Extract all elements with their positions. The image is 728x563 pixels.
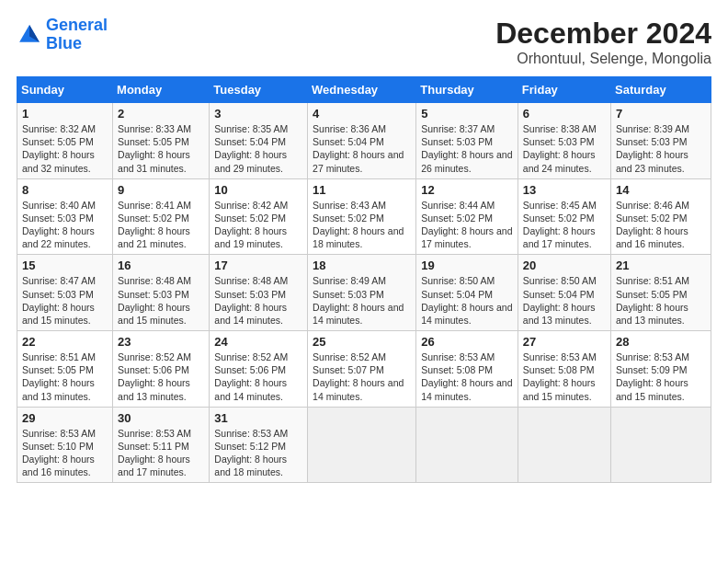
day-info: Sunrise: 8:51 AMSunset: 5:05 PMDaylight:… (616, 274, 707, 327)
day-info: Sunrise: 8:51 AMSunset: 5:05 PMDaylight:… (22, 350, 108, 403)
day-cell: 5 Sunrise: 8:37 AMSunset: 5:03 PMDayligh… (416, 103, 518, 179)
col-wednesday: Wednesday (308, 77, 416, 103)
day-cell: 7 Sunrise: 8:39 AMSunset: 5:03 PMDayligh… (610, 103, 711, 179)
day-info: Sunrise: 8:44 AMSunset: 5:02 PMDaylight:… (421, 199, 514, 251)
week-row-3: 15 Sunrise: 8:47 AMSunset: 5:03 PMDaylig… (17, 255, 711, 331)
day-number: 14 (616, 183, 707, 197)
day-number: 6 (523, 107, 607, 121)
day-info: Sunrise: 8:35 AMSunset: 5:04 PMDaylight:… (214, 122, 303, 175)
calendar-page: General Blue December 2024 Orhontuul, Se… (0, 0, 728, 492)
day-cell: 17 Sunrise: 8:48 AMSunset: 5:03 PMDaylig… (210, 255, 308, 331)
day-number: 28 (616, 335, 707, 349)
page-header: General Blue December 2024 Orhontuul, Se… (17, 17, 711, 67)
day-number: 25 (313, 335, 412, 349)
day-cell: 26 Sunrise: 8:53 AMSunset: 5:08 PMDaylig… (416, 331, 518, 408)
day-number: 7 (616, 107, 707, 121)
day-info: Sunrise: 8:50 AMSunset: 5:04 PMDaylight:… (523, 274, 607, 327)
day-cell: 4 Sunrise: 8:36 AMSunset: 5:04 PMDayligh… (308, 103, 416, 179)
day-info: Sunrise: 8:39 AMSunset: 5:03 PMDaylight:… (616, 122, 707, 175)
day-cell (610, 407, 711, 483)
day-cell: 9 Sunrise: 8:41 AMSunset: 5:02 PMDayligh… (113, 178, 210, 255)
calendar-table: Sunday Monday Tuesday Wednesday Thursday… (17, 76, 711, 483)
day-info: Sunrise: 8:45 AMSunset: 5:02 PMDaylight:… (523, 199, 607, 251)
day-number: 26 (421, 335, 514, 349)
day-info: Sunrise: 8:42 AMSunset: 5:02 PMDaylight:… (214, 199, 303, 251)
day-cell: 19 Sunrise: 8:50 AMSunset: 5:04 PMDaylig… (416, 255, 518, 331)
day-number: 30 (118, 411, 205, 425)
day-info: Sunrise: 8:38 AMSunset: 5:03 PMDaylight:… (523, 122, 607, 175)
day-cell: 11 Sunrise: 8:43 AMSunset: 5:02 PMDaylig… (308, 178, 416, 255)
day-number: 20 (523, 259, 607, 272)
logo-text: General Blue (46, 17, 108, 53)
day-cell: 30 Sunrise: 8:53 AMSunset: 5:11 PMDaylig… (113, 407, 210, 483)
day-number: 2 (118, 107, 205, 121)
day-info: Sunrise: 8:37 AMSunset: 5:03 PMDaylight:… (421, 122, 514, 175)
day-number: 17 (214, 259, 303, 272)
col-monday: Monday (113, 77, 210, 103)
day-number: 19 (421, 259, 514, 272)
day-cell: 20 Sunrise: 8:50 AMSunset: 5:04 PMDaylig… (518, 255, 610, 331)
day-info: Sunrise: 8:48 AMSunset: 5:03 PMDaylight:… (214, 274, 303, 327)
day-info: Sunrise: 8:53 AMSunset: 5:08 PMDaylight:… (421, 350, 514, 403)
day-number: 11 (313, 183, 412, 197)
col-tuesday: Tuesday (210, 77, 308, 103)
day-number: 18 (313, 259, 412, 272)
logo-blue: Blue (46, 34, 82, 52)
day-number: 22 (22, 335, 108, 349)
day-cell: 14 Sunrise: 8:46 AMSunset: 5:02 PMDaylig… (610, 178, 711, 255)
day-cell: 27 Sunrise: 8:53 AMSunset: 5:08 PMDaylig… (518, 331, 610, 408)
day-info: Sunrise: 8:53 AMSunset: 5:12 PMDaylight:… (214, 427, 303, 479)
day-cell: 29 Sunrise: 8:53 AMSunset: 5:10 PMDaylig… (17, 407, 113, 483)
title-block: December 2024 Orhontuul, Selenge, Mongol… (495, 17, 711, 67)
day-cell: 31 Sunrise: 8:53 AMSunset: 5:12 PMDaylig… (210, 407, 308, 483)
week-row-1: 1 Sunrise: 8:32 AMSunset: 5:05 PMDayligh… (17, 103, 711, 179)
day-cell: 15 Sunrise: 8:47 AMSunset: 5:03 PMDaylig… (17, 255, 113, 331)
day-info: Sunrise: 8:50 AMSunset: 5:04 PMDaylight:… (421, 274, 514, 327)
day-cell (416, 407, 518, 483)
day-cell: 24 Sunrise: 8:52 AMSunset: 5:06 PMDaylig… (210, 331, 308, 408)
day-number: 4 (313, 107, 412, 121)
day-cell: 21 Sunrise: 8:51 AMSunset: 5:05 PMDaylig… (610, 255, 711, 331)
day-number: 9 (118, 183, 205, 197)
week-row-4: 22 Sunrise: 8:51 AMSunset: 5:05 PMDaylig… (17, 331, 711, 408)
day-cell: 23 Sunrise: 8:52 AMSunset: 5:06 PMDaylig… (113, 331, 210, 408)
day-info: Sunrise: 8:32 AMSunset: 5:05 PMDaylight:… (22, 122, 108, 175)
day-number: 5 (421, 107, 514, 121)
page-title: December 2024 (495, 17, 711, 51)
logo-general: General (46, 16, 108, 34)
day-number: 27 (523, 335, 607, 349)
day-info: Sunrise: 8:53 AMSunset: 5:08 PMDaylight:… (523, 350, 607, 403)
day-number: 24 (214, 335, 303, 349)
page-subtitle: Orhontuul, Selenge, Mongolia (495, 51, 711, 67)
header-row: Sunday Monday Tuesday Wednesday Thursday… (17, 77, 711, 103)
day-cell: 28 Sunrise: 8:53 AMSunset: 5:09 PMDaylig… (610, 331, 711, 408)
day-info: Sunrise: 8:53 AMSunset: 5:11 PMDaylight:… (118, 427, 205, 479)
day-info: Sunrise: 8:33 AMSunset: 5:05 PMDaylight:… (118, 122, 205, 175)
logo-icon (17, 22, 42, 48)
day-cell: 8 Sunrise: 8:40 AMSunset: 5:03 PMDayligh… (17, 178, 113, 255)
day-number: 31 (214, 411, 303, 425)
day-number: 23 (118, 335, 205, 349)
col-thursday: Thursday (416, 77, 518, 103)
day-number: 12 (421, 183, 514, 197)
day-info: Sunrise: 8:52 AMSunset: 5:06 PMDaylight:… (118, 350, 205, 403)
day-info: Sunrise: 8:40 AMSunset: 5:03 PMDaylight:… (22, 199, 108, 251)
day-info: Sunrise: 8:47 AMSunset: 5:03 PMDaylight:… (22, 274, 108, 327)
week-row-5: 29 Sunrise: 8:53 AMSunset: 5:10 PMDaylig… (17, 407, 711, 483)
day-info: Sunrise: 8:49 AMSunset: 5:03 PMDaylight:… (313, 274, 412, 327)
day-number: 16 (118, 259, 205, 272)
day-cell: 2 Sunrise: 8:33 AMSunset: 5:05 PMDayligh… (113, 103, 210, 179)
day-info: Sunrise: 8:48 AMSunset: 5:03 PMDaylight:… (118, 274, 205, 327)
col-friday: Friday (518, 77, 610, 103)
day-cell: 1 Sunrise: 8:32 AMSunset: 5:05 PMDayligh… (17, 103, 113, 179)
day-info: Sunrise: 8:36 AMSunset: 5:04 PMDaylight:… (313, 122, 412, 175)
logo: General Blue (17, 17, 108, 53)
col-saturday: Saturday (610, 77, 711, 103)
day-cell: 16 Sunrise: 8:48 AMSunset: 5:03 PMDaylig… (113, 255, 210, 331)
day-number: 10 (214, 183, 303, 197)
day-cell (308, 407, 416, 483)
day-number: 29 (22, 411, 108, 425)
week-row-2: 8 Sunrise: 8:40 AMSunset: 5:03 PMDayligh… (17, 178, 711, 255)
day-info: Sunrise: 8:53 AMSunset: 5:10 PMDaylight:… (22, 427, 108, 479)
day-number: 3 (214, 107, 303, 121)
